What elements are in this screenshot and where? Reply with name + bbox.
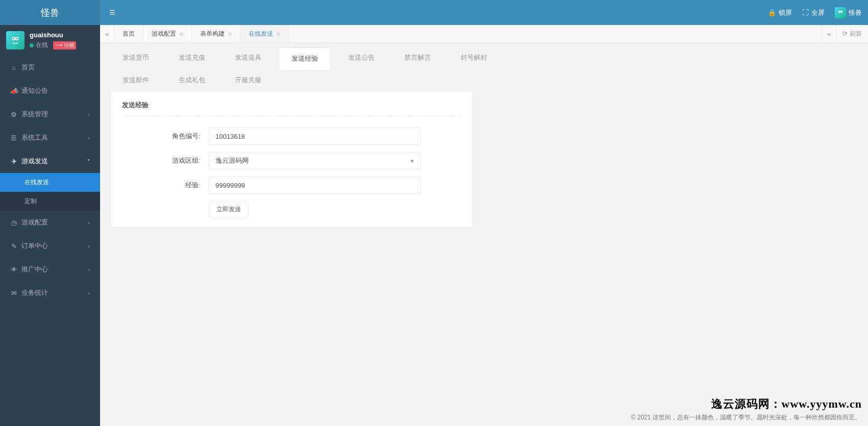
- list-icon: ☰: [10, 134, 17, 142]
- inner-tab-发送经验[interactable]: 发送经验: [279, 47, 331, 70]
- menu-toggle-icon[interactable]: ☰: [106, 6, 118, 19]
- tab-scroll-left-icon[interactable]: «: [100, 25, 114, 42]
- bullhorn-icon: 📣: [10, 87, 17, 95]
- inner-tab-发送充值[interactable]: 发送充值: [166, 47, 218, 69]
- monster-icon: [9, 34, 22, 47]
- zone-select-value: 逸云源码网: [215, 156, 249, 165]
- sidebar-sub-在线发送[interactable]: 在线发送: [0, 173, 100, 192]
- refresh-button[interactable]: ⟳ 刷新: [836, 25, 868, 42]
- chevron-down-icon: ▾: [411, 157, 414, 165]
- fullscreen-button[interactable]: ⛶ 全屏: [802, 8, 825, 17]
- topbar: ☰ 🔒 锁屏 ⛶ 全屏 怪兽: [100, 0, 868, 25]
- chevron-left-icon: ‹: [88, 267, 90, 272]
- inner-tab-发送货币[interactable]: 发送货币: [110, 47, 161, 69]
- logout-button[interactable]: ⟶ 注销: [53, 41, 76, 49]
- sidebar-item-推广中心[interactable]: 👁推广中心‹: [0, 258, 100, 281]
- send-icon: ✈: [10, 158, 17, 165]
- chevron-left-icon: ‹: [88, 290, 90, 296]
- sidebar-item-系统工具[interactable]: ☰系统工具‹: [0, 126, 100, 149]
- tab-游戏配置[interactable]: 游戏配置 ⊗: [143, 25, 192, 42]
- sidebar-item-首页[interactable]: ⌂首页: [0, 56, 100, 79]
- sidebar-item-通知公告[interactable]: 📣通知公告: [0, 79, 100, 103]
- status-text: 在线: [36, 41, 48, 49]
- inner-tab-封号解封[interactable]: 封号解封: [448, 47, 499, 69]
- svg-point-2: [13, 38, 14, 39]
- tab-表单构建[interactable]: 表单构建 ⊗: [192, 25, 240, 42]
- role-id-label: 角色编号:: [122, 132, 209, 141]
- user-name: guaishouu: [30, 31, 76, 39]
- tab-在线发送[interactable]: 在线发送 ⊗: [240, 25, 289, 42]
- inner-tab-开服关服[interactable]: 开服关服: [223, 69, 274, 91]
- panel-title: 发送经验: [122, 101, 461, 116]
- sidebar-item-订单中心[interactable]: ✎订单中心‹: [0, 234, 100, 258]
- status-dot: [30, 43, 34, 47]
- sidebar-item-游戏发送[interactable]: ✈游戏发送˅: [0, 149, 100, 173]
- role-id-input[interactable]: [209, 128, 421, 145]
- sidebar-item-业务统计[interactable]: ✉业务统计‹: [0, 281, 100, 305]
- close-icon[interactable]: ⊗: [276, 31, 280, 37]
- topbar-user[interactable]: 怪兽: [835, 7, 862, 18]
- inner-tab-发送道具[interactable]: 发送道具: [223, 47, 274, 69]
- dashboard-icon: ◷: [10, 219, 17, 227]
- svg-point-5: [840, 11, 842, 13]
- svg-point-3: [16, 38, 18, 39]
- footer-text: © 2021 这世间，总有一抹颜色，温暖了季节。愿时光深处，每一种欣然都因你而至…: [631, 413, 861, 422]
- inner-tab-发送公告[interactable]: 发送公告: [336, 47, 387, 69]
- chevron-left-icon: ‹: [88, 112, 90, 117]
- inner-tab-生成礼包[interactable]: 生成礼包: [166, 69, 218, 91]
- zone-select[interactable]: 逸云源码网 ▾: [209, 152, 421, 169]
- sidebar-item-系统管理[interactable]: ⚙系统管理‹: [0, 103, 100, 126]
- sidebar-sub-定制[interactable]: 定制: [0, 192, 100, 211]
- chevron-left-icon: ‹: [88, 135, 90, 141]
- envelope-icon: ✉: [10, 289, 17, 297]
- avatar: [6, 31, 25, 49]
- watermark-text: 逸云源码网：www.yyymw.cn: [711, 396, 862, 412]
- exp-label: 经验:: [122, 181, 209, 190]
- user-block: guaishouu 在线 ⟶ 注销: [0, 25, 100, 56]
- home-icon: ⌂: [10, 64, 17, 71]
- submit-button[interactable]: 立即发送: [209, 201, 249, 218]
- close-icon[interactable]: ⊗: [179, 31, 183, 37]
- inner-tab-禁言解言[interactable]: 禁言解言: [392, 47, 443, 69]
- inner-tab-发送邮件[interactable]: 发送邮件: [110, 69, 161, 91]
- lock-button[interactable]: 🔒 锁屏: [768, 8, 792, 17]
- chevron-left-icon: ‹: [88, 243, 90, 249]
- exp-input[interactable]: [209, 177, 421, 194]
- pencil-icon: ✎: [10, 242, 17, 250]
- zone-label: 游戏区组:: [122, 156, 209, 165]
- brand-logo: 怪兽: [0, 0, 100, 25]
- close-icon[interactable]: ⊗: [228, 31, 232, 37]
- tab-首页[interactable]: 首页: [114, 25, 143, 42]
- chevron-down-icon: ˅: [87, 159, 90, 164]
- cog-icon: ⚙: [10, 111, 17, 118]
- form-panel: 发送经验 角色编号: 游戏区组: 逸云源码网 ▾ 经验: 立即发送: [110, 91, 473, 228]
- svg-point-4: [838, 11, 840, 13]
- eye-icon: 👁: [10, 266, 17, 273]
- tab-scroll-right-icon[interactable]: »: [822, 25, 836, 42]
- chevron-left-icon: ‹: [88, 220, 90, 225]
- sidebar-item-游戏配置[interactable]: ◷游戏配置‹: [0, 211, 100, 234]
- tabstrip: « 首页游戏配置 ⊗表单构建 ⊗在线发送 ⊗ » ⟳ 刷新: [100, 25, 868, 43]
